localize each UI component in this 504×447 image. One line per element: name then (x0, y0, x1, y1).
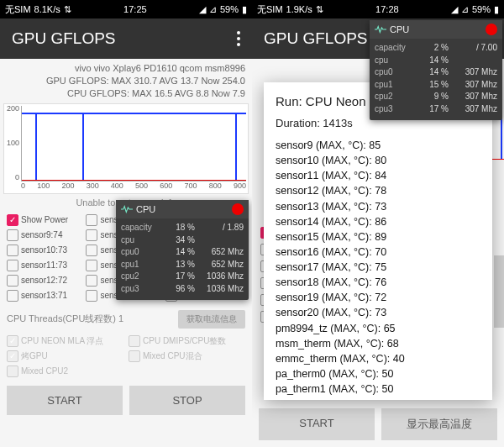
result-line: sensor15 (MAX, °C): 89 (276, 229, 480, 245)
threads-label: CPU Threads(CPU线程数) 1 (7, 313, 123, 325)
checkbox-item[interactable]: sensor11:73 (7, 260, 81, 271)
checkbox[interactable] (7, 260, 18, 271)
checkbox[interactable] (7, 275, 18, 287)
cpu-freq: 652 Mhz (197, 246, 244, 259)
checkbox[interactable] (129, 350, 140, 362)
cpu-freq: 307 Mhz (450, 103, 497, 116)
result-line: emmc_therm (MAX, °C): 40 (276, 351, 480, 366)
checkbox-item[interactable]: sensor10:73 (7, 245, 81, 256)
result-line: sensor17 (MAX, °C): 75 (276, 260, 480, 275)
cpu-row: cpu29 %307 Mhz (375, 91, 497, 103)
cpu-percent: 2 % (415, 42, 449, 55)
checkbox[interactable] (7, 350, 18, 362)
cpu-percent: 18 % (161, 222, 195, 234)
checkbox[interactable] (7, 290, 18, 302)
option-item[interactable]: Mixed CPU2 (7, 365, 123, 377)
option-label: 烤GPU (21, 350, 48, 362)
checkbox[interactable] (86, 290, 97, 302)
result-line: pa_therm0 (MAX, °C): 50 (276, 366, 480, 381)
result-line: sensor12 (MAX, °C): 78 (276, 183, 480, 198)
status-bar: 无SIM 8.1K/s ⇅ 17:25 ◢ ⊿ 59% ▮ (0, 0, 252, 18)
cpu-row: cpu014 %307 Mhz (375, 66, 497, 79)
option-item[interactable]: Mixed CPU混合 (129, 350, 245, 362)
checkbox[interactable] (7, 365, 18, 377)
start-button[interactable]: START (7, 386, 123, 415)
stop-button[interactable]: STOP (129, 386, 245, 415)
checkbox[interactable] (86, 245, 97, 256)
overflow-menu-icon[interactable] (237, 31, 240, 46)
option-item[interactable]: CPU NEON MLA 浮点 (7, 335, 123, 347)
cpu-label: cpu0 (121, 246, 160, 259)
record-icon[interactable] (486, 24, 497, 35)
cpu-row: cpu217 %1036 Mhz (121, 271, 244, 283)
result-line: sensor9 (MAX, °C): 85 (276, 138, 480, 153)
signal-icon: ◢ (451, 4, 458, 15)
checkbox[interactable] (7, 229, 18, 241)
record-icon[interactable] (232, 203, 244, 215)
cpu-percent: 14 % (415, 66, 449, 79)
option-label: CPU DMIPS/CPU整数 (143, 335, 226, 347)
cpu-percent: 14 % (161, 246, 195, 259)
result-line: sensor19 (MAX, °C): 72 (276, 290, 480, 305)
x-tick: 900 (234, 181, 246, 193)
cpu-label: cpu1 (375, 79, 413, 92)
get-current-button[interactable]: 获取电流信息 (178, 310, 245, 329)
device-info-line: GPU GFLOPS: MAX 310.7 AVG 13.7 Now 254.0 (7, 75, 245, 87)
cpu-percent: 9 % (415, 91, 449, 103)
checkbox-item[interactable]: Show Power (7, 214, 81, 226)
option-label: Mixed CPU2 (21, 366, 68, 376)
x-tick: 800 (209, 181, 222, 193)
battery-percent: 59% (220, 4, 239, 14)
show-max-temp-button[interactable]: 显示最高温度 (381, 408, 497, 440)
cpu-row: cpu317 %307 Mhz (375, 103, 497, 116)
start-button[interactable]: START (259, 408, 375, 440)
pulse-icon (121, 205, 133, 213)
device-info-line: CPU GFLOPS: MAX 16.5 AVG 8.8 Now 7.9 (7, 87, 245, 100)
net-arrows-icon: ⇅ (64, 4, 71, 15)
cpu-overlay-panel[interactable]: CPU capacity18 %/ 1.89cpu34 %cpu014 %652… (116, 200, 249, 300)
cpu-percent: 15 % (415, 79, 449, 92)
checkbox[interactable] (86, 260, 97, 271)
cpu-label: capacity (375, 42, 413, 55)
x-tick: 200 (61, 181, 74, 193)
cpu-freq: 1036 Mhz (197, 271, 244, 283)
cpu-overlay-panel[interactable]: CPU capacity2 %/ 7.00cpu14 %cpu014 %307 … (370, 20, 502, 120)
result-line: msm_therm (MAX, °C): 68 (276, 336, 480, 351)
cpu-panel-title: CPU (390, 24, 409, 34)
option-item[interactable]: CPU DMIPS/CPU整数 (129, 335, 245, 347)
cpu-row: cpu014 %652 Mhz (121, 246, 244, 259)
screen-left: 无SIM 8.1K/s ⇅ 17:25 ◢ ⊿ 59% ▮ GPU GFLOPS… (0, 0, 252, 447)
result-line: sensor18 (MAX, °C): 76 (276, 275, 480, 290)
option-item[interactable]: 烤GPU (7, 350, 123, 362)
result-line: pa_therm1 (MAX, °C): 50 (276, 381, 480, 397)
checkbox[interactable] (7, 245, 18, 256)
screen-right: 无SIM 1.9K/s ⇅ 17:28 ◢ ⊿ 59% ▮ GPU GFLOPS… (252, 0, 504, 447)
checkbox-item[interactable]: sensor9:74 (7, 229, 81, 241)
option-label: CPU NEON MLA 浮点 (21, 335, 103, 347)
checkbox[interactable] (86, 214, 97, 226)
threads-row: CPU Threads(CPU线程数) 1 获取电流信息 (0, 305, 252, 334)
cpu-label: cpu2 (121, 271, 160, 283)
cpu-label: cpu2 (375, 91, 413, 103)
cpu-freq: 1036 Mhz (197, 283, 244, 296)
checkbox[interactable] (86, 275, 97, 287)
cpu-row: cpu34 % (121, 234, 244, 247)
net-speed: 1.9K/s (286, 4, 312, 14)
checkbox-item[interactable]: sensor13:71 (7, 290, 81, 302)
checkbox[interactable] (86, 229, 97, 241)
checkbox[interactable] (7, 335, 18, 347)
wifi-icon: ⊿ (209, 4, 217, 15)
checkbox[interactable] (7, 214, 18, 226)
checkbox-item[interactable]: sensor12:72 (7, 275, 81, 287)
checkbox-label: sensor9:74 (21, 230, 62, 239)
checkbox-label: Show Power (21, 215, 68, 224)
cpu-freq: / 7.00 (450, 42, 497, 55)
checkbox[interactable] (129, 335, 140, 347)
result-line: sensor16 (MAX, °C): 70 (276, 245, 480, 260)
status-bar: 无SIM 1.9K/s ⇅ 17:28 ◢ ⊿ 59% ▮ (252, 0, 504, 18)
x-tick: 700 (185, 181, 197, 193)
results-list: sensor9 (MAX, °C): 85sensor10 (MAX, °C):… (276, 138, 480, 397)
wifi-icon: ⊿ (461, 4, 469, 15)
result-line: sensor14 (MAX, °C): 86 (276, 214, 480, 229)
checkbox-label: sensor13:71 (21, 291, 67, 300)
